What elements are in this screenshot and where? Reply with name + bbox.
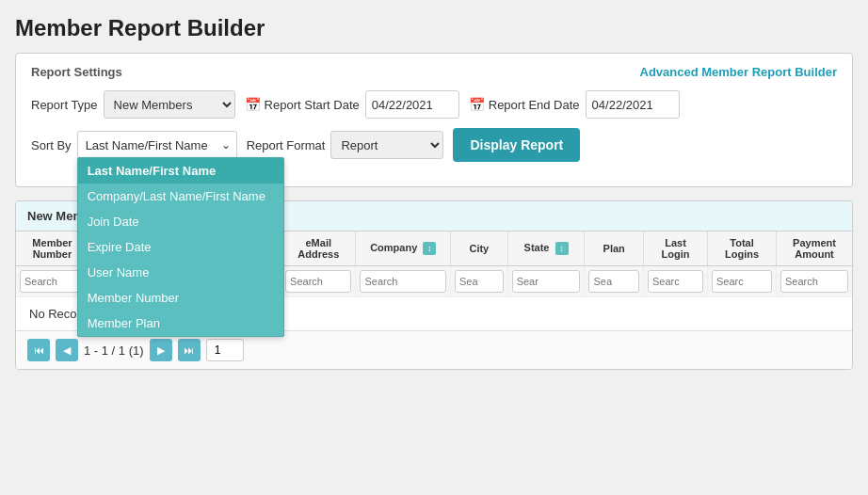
- report-type-label: Report Type: [31, 98, 98, 112]
- dropdown-item-company-last-first[interactable]: Company/Last Name/First Name: [78, 184, 283, 209]
- search-email[interactable]: [285, 270, 351, 293]
- report-end-date-label: 📅 Report End Date: [469, 97, 580, 112]
- calendar-icon-start: 📅: [245, 97, 261, 112]
- search-cell-city: [451, 266, 508, 297]
- display-report-button[interactable]: Display Report: [453, 128, 580, 162]
- search-member-number[interactable]: [20, 270, 85, 293]
- th-city: City: [451, 232, 508, 266]
- dropdown-item-last-name-first-name[interactable]: Last Name/First Name: [78, 158, 283, 184]
- dropdown-item-user-name[interactable]: User Name: [78, 260, 283, 285]
- panel-title: Report Settings: [31, 65, 122, 79]
- sort-by-select-display[interactable]: Last Name/First Name: [77, 131, 237, 159]
- report-type-select[interactable]: New Members Expired Members All Members: [104, 90, 235, 119]
- pagination-info: 1 - 1 / 1 (1): [84, 343, 144, 358]
- dropdown-item-member-plan[interactable]: Member Plan: [78, 311, 283, 336]
- search-cell-state: [507, 266, 585, 297]
- advanced-report-builder-link[interactable]: Advanced Member Report Builder: [640, 65, 838, 79]
- report-format-select[interactable]: Report CSV PDF: [330, 131, 443, 159]
- search-last-login[interactable]: [648, 270, 703, 293]
- search-total-logins[interactable]: [712, 270, 772, 293]
- pagination-first-btn[interactable]: ⏮: [27, 339, 50, 361]
- report-start-date-label: 📅 Report Start Date: [245, 97, 360, 112]
- search-city[interactable]: [455, 270, 504, 293]
- th-state: State ↕: [507, 232, 585, 266]
- report-end-date-input[interactable]: [586, 90, 680, 119]
- page-number-input[interactable]: [206, 339, 244, 361]
- search-cell-total-logins: [708, 266, 777, 297]
- sort-by-group: Sort By Last Name/First Name Last Name/F…: [31, 131, 237, 159]
- form-row-1: Report Type New Members Expired Members …: [31, 90, 837, 119]
- report-start-date-input[interactable]: [365, 90, 459, 119]
- company-sort-icon[interactable]: ↕: [423, 242, 436, 255]
- sort-by-container: Last Name/First Name Last Name/First Nam…: [77, 131, 237, 159]
- report-format-label: Report Format: [247, 138, 326, 152]
- search-cell-email: [281, 266, 356, 297]
- report-type-group: Report Type New Members Expired Members …: [31, 90, 235, 119]
- form-row-2: Sort By Last Name/First Name Last Name/F…: [31, 128, 837, 162]
- dropdown-item-expire-date[interactable]: Expire Date: [78, 234, 283, 260]
- th-company: Company ↕: [356, 232, 451, 266]
- dropdown-item-member-number[interactable]: Member Number: [78, 285, 283, 311]
- search-cell-company: [356, 266, 451, 297]
- state-sort-icon[interactable]: ↕: [555, 242, 569, 255]
- report-end-date-group: 📅 Report End Date: [469, 90, 680, 119]
- th-plan: Plan: [585, 232, 644, 266]
- panel-header: Report Settings Advanced Member Report B…: [31, 65, 837, 79]
- report-settings-panel: Report Settings Advanced Member Report B…: [15, 53, 853, 187]
- calendar-icon-end: 📅: [469, 97, 485, 112]
- report-start-date-group: 📅 Report Start Date: [245, 90, 459, 119]
- search-company[interactable]: [360, 270, 446, 293]
- search-plan[interactable]: [588, 270, 639, 293]
- search-payment-amount[interactable]: [780, 270, 848, 293]
- search-state[interactable]: [512, 270, 581, 293]
- search-cell-last-login: [644, 266, 708, 297]
- sort-by-label: Sort By: [31, 138, 72, 152]
- report-format-group: Report Format Report CSV PDF: [247, 131, 444, 159]
- dropdown-item-join-date[interactable]: Join Date: [78, 209, 283, 234]
- th-last-login: LastLogin: [644, 232, 708, 266]
- th-email: eMailAddress: [281, 232, 356, 266]
- pagination-prev-btn[interactable]: ◀: [56, 339, 78, 361]
- search-cell-plan: [585, 266, 644, 297]
- th-total-logins: TotalLogins: [708, 232, 777, 266]
- th-payment-amount: PaymentAmount: [777, 232, 853, 266]
- pagination-next-btn[interactable]: ▶: [150, 339, 172, 361]
- search-cell-payment-amount: [777, 266, 853, 297]
- sort-by-dropdown: Last Name/First Name Company/Last Name/F…: [77, 157, 284, 337]
- pagination-last-btn[interactable]: ⏭: [178, 339, 201, 361]
- page-title: Member Report Builder: [15, 15, 853, 41]
